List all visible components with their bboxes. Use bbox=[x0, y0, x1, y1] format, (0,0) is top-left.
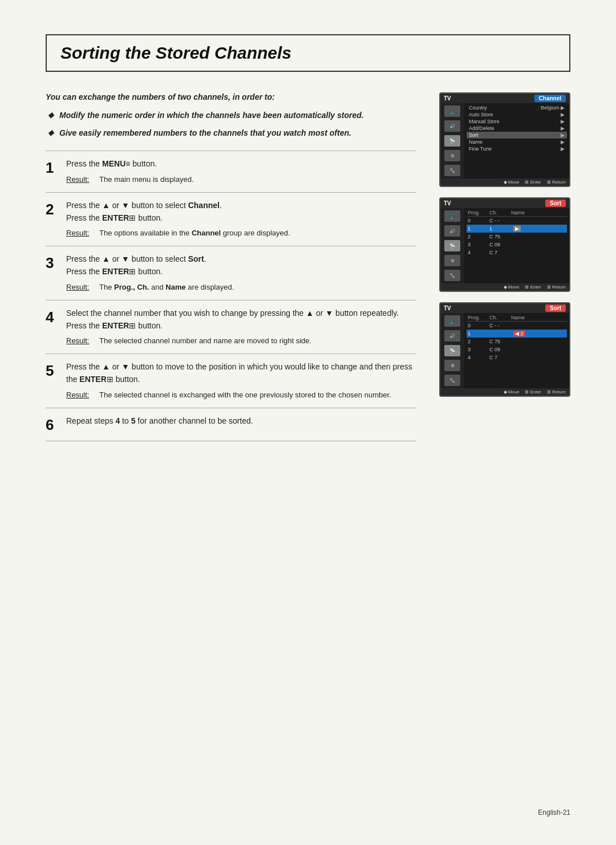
tv-screen2-sidebar: 📺 🔊 📡 ⚙ 🔧 bbox=[440, 208, 464, 283]
menu-item-adddelete-arrow: ▶ bbox=[561, 125, 565, 131]
step-result-1: Result: The main menu is displayed. bbox=[66, 174, 416, 185]
step-number-6: 6 bbox=[46, 415, 66, 434]
tv-icon-3: 📡 bbox=[444, 135, 460, 147]
step-content-5: Press the ▲ or ▼ button to move to the p… bbox=[66, 361, 416, 401]
step-number-2: 2 bbox=[46, 200, 66, 218]
tv-footer-return-2: ⊞ Return bbox=[547, 285, 566, 290]
step-row-6: 6 Repeat steps 4 to 5 for another channe… bbox=[46, 408, 416, 441]
menu-item-autostore: Auto Store ▶ bbox=[467, 111, 567, 118]
bullet-item-2: Give easily remembered numbers to the ch… bbox=[46, 127, 416, 139]
page-title: Sorting the Stored Channels bbox=[60, 43, 556, 63]
tv-screen1-tv-label: TV bbox=[444, 95, 451, 101]
tv-icon-5: 🔧 bbox=[444, 165, 460, 176]
tv-screen2-icon-5: 🔧 bbox=[444, 270, 460, 281]
step-row-1: 1 Press the MENU≡ button. Result: The ma… bbox=[46, 151, 416, 192]
menu-item-country-value: : Belgium ▶ bbox=[538, 105, 565, 111]
sort-col-name-header: Name bbox=[511, 210, 566, 216]
tv-footer-return-3: ⊞ Return bbox=[547, 389, 566, 395]
step-instruction-6: Repeat steps 4 to 5 for another channel … bbox=[66, 416, 253, 425]
content-area: You can exchange the numbers of two chan… bbox=[46, 92, 570, 441]
tv-screen1-header: TV Channel bbox=[440, 94, 569, 103]
title-box: Sorting the Stored Channels bbox=[46, 34, 570, 72]
step-instruction-3: Press the ▲ or ▼ button to select Sort.P… bbox=[66, 254, 206, 276]
step-row-5: 5 Press the ▲ or ▼ button to move to the… bbox=[46, 354, 416, 408]
tv-icon-4: ⚙ bbox=[444, 150, 460, 161]
tv-screen2-header: TV Sort bbox=[440, 198, 569, 208]
tv-screen3-body: 📺 🔊 📡 ⚙ 🔧 Prog. Ch. Name 0 bbox=[440, 313, 569, 388]
tv-screen2-icon-4: ⚙ bbox=[444, 255, 460, 266]
tv-screen1-sidebar: 📺 🔊 📡 ⚙ 🔧 bbox=[440, 103, 464, 178]
result-label-5: Result: bbox=[66, 389, 99, 401]
sort-row-3-2: 2 C 75 bbox=[467, 338, 567, 346]
tv-screen3-icon-3: 📡 bbox=[444, 345, 460, 356]
tv-footer-enter-1: ⊞ Enter bbox=[525, 180, 541, 185]
tv-footer-move-1: ◆ Move bbox=[504, 180, 520, 185]
menu-item-sort-label: Sort bbox=[469, 132, 479, 138]
sort-row-2-1: 1 1 ▶ bbox=[467, 225, 567, 233]
tv-screen3-tv-label: TV bbox=[444, 305, 451, 311]
step-row-2: 2 Press the ▲ or ▼ button to select Chan… bbox=[46, 192, 416, 246]
tv-screen2-icon-3: 📡 bbox=[444, 240, 460, 251]
tv-screen3-header: TV Sort bbox=[440, 303, 569, 313]
tv-footer-enter-3: ⊞ Enter bbox=[525, 389, 541, 395]
menu-item-name-label: Name bbox=[469, 139, 483, 145]
step-instruction-2: Press the ▲ or ▼ button to select Channe… bbox=[66, 201, 222, 222]
step-number-3: 3 bbox=[46, 253, 66, 272]
step-result-4: Result: The selected channel number and … bbox=[66, 335, 416, 347]
tv-screen3-menu-title: Sort bbox=[545, 304, 566, 312]
menu-item-country: Country : Belgium ▶ bbox=[467, 104, 567, 111]
tv-screen3-icon-4: ⚙ bbox=[444, 360, 460, 371]
tv-screen3-sort-table: Prog. Ch. Name 0 C - - 1 ◀ 2 bbox=[464, 313, 569, 388]
tv-screen-1: TV Channel 📺 🔊 📡 ⚙ 🔧 Country : Bel bbox=[439, 92, 570, 187]
tv-screen3-icon-5: 🔧 bbox=[444, 375, 460, 386]
sort-col3-prog-header: Prog. bbox=[468, 315, 489, 320]
step-row-4: 4 Select the channel number that you wis… bbox=[46, 300, 416, 354]
sort-row-3-4: 4 C 7 bbox=[467, 354, 567, 361]
result-text-1: The main menu is displayed. bbox=[99, 174, 416, 185]
step-number-5: 5 bbox=[46, 361, 66, 380]
tv-screen-3: TV Sort 📺 🔊 📡 ⚙ 🔧 Prog. Ch. bbox=[439, 302, 570, 397]
menu-item-autostore-arrow: ▶ bbox=[561, 112, 565, 117]
menu-item-manualstore-label: Manual Store bbox=[469, 119, 500, 124]
step-result-5: Result: The selected channel is exchange… bbox=[66, 389, 416, 401]
result-label-3: Result: bbox=[66, 282, 99, 293]
step-instruction-5: Press the ▲ or ▼ button to move to the p… bbox=[66, 362, 412, 384]
sort-row-3-1: 1 ◀ 2 bbox=[467, 330, 567, 338]
menu-item-sort: Sort ▶ bbox=[467, 132, 567, 139]
tv-screen2-tv-label: TV bbox=[444, 200, 451, 206]
tv-screen3-sidebar: 📺 🔊 📡 ⚙ 🔧 bbox=[440, 313, 464, 388]
left-column: You can exchange the numbers of two chan… bbox=[46, 92, 416, 441]
step-content-6: Repeat steps 4 to 5 for another channel … bbox=[66, 415, 416, 428]
bullet-list: Modify the numeric order in which the ch… bbox=[46, 109, 416, 139]
menu-item-name-arrow: ▶ bbox=[561, 139, 565, 145]
tv-screen2-icon-1: 📺 bbox=[444, 210, 460, 222]
tv-screen1-menu: Country : Belgium ▶ Auto Store ▶ Manual … bbox=[464, 103, 569, 178]
tv-footer-move-3: ◆ Move bbox=[504, 389, 520, 395]
menu-item-name: Name ▶ bbox=[467, 139, 567, 145]
sort-exchange-arrow: ◀ 2 bbox=[513, 331, 525, 336]
sort-row-2-0: 0 C - - bbox=[467, 217, 567, 225]
step-result-3: Result: The Prog., Ch. and Name are disp… bbox=[66, 282, 416, 293]
tv-screen3-icon-2: 🔊 bbox=[444, 330, 460, 342]
intro-lead: You can exchange the numbers of two chan… bbox=[46, 92, 416, 101]
step-number-1: 1 bbox=[46, 158, 66, 177]
sort-header-3: Prog. Ch. Name bbox=[467, 314, 567, 322]
tv-screen3-icon-1: 📺 bbox=[444, 315, 460, 327]
tv-screen2-footer: ◆ Move ⊞ Enter ⊞ Return bbox=[440, 283, 569, 291]
tv-screen2-body: 📺 🔊 📡 ⚙ 🔧 Prog. Ch. Name 0 bbox=[440, 208, 569, 283]
sort-row-arrow: ▶ bbox=[513, 226, 521, 231]
tv-icon-1: 📺 bbox=[444, 105, 460, 117]
tv-screen1-menu-title: Channel bbox=[534, 95, 566, 102]
sort-row-2-2: 2 C 75 bbox=[467, 233, 567, 241]
step-content-1: Press the MENU≡ button. Result: The main… bbox=[66, 158, 416, 185]
menu-item-adddelete: Add/Delete ▶ bbox=[467, 125, 567, 132]
page: Sorting the Stored Channels You can exch… bbox=[0, 0, 616, 845]
menu-item-manualstore: Manual Store ▶ bbox=[467, 118, 567, 125]
tv-screen-2: TV Sort 📺 🔊 📡 ⚙ 🔧 Prog. Ch. bbox=[439, 197, 570, 292]
step-content-4: Select the channel number that you wish … bbox=[66, 307, 416, 347]
sort-row-3-3: 3 C 09 bbox=[467, 346, 567, 354]
menu-item-sort-arrow: ▶ bbox=[561, 132, 565, 138]
step-instruction-1: Press the MENU≡ button. bbox=[66, 159, 157, 168]
sort-row-3-0: 0 C - - bbox=[467, 322, 567, 330]
menu-item-finetune-label: Fine Tune bbox=[469, 146, 492, 152]
